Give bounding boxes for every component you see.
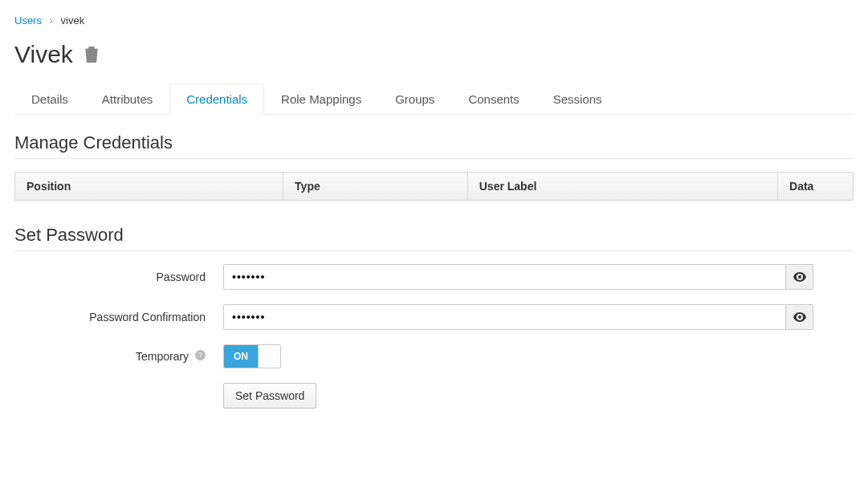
tab-credentials[interactable]: Credentials — [169, 83, 264, 115]
tab-sessions[interactable]: Sessions — [536, 83, 619, 115]
col-position: Position — [15, 173, 283, 201]
password-input[interactable] — [223, 264, 786, 290]
breadcrumb-users-link[interactable]: Users — [14, 14, 42, 26]
password-label: Password — [14, 271, 223, 283]
help-icon[interactable]: ? — [195, 350, 206, 363]
password-confirmation-input[interactable] — [223, 304, 786, 330]
temporary-toggle[interactable]: ON — [223, 344, 281, 368]
col-user-label: User Label — [467, 173, 777, 201]
tab-consents[interactable]: Consents — [451, 83, 536, 115]
breadcrumb: Users › vivek — [14, 14, 854, 26]
tab-role-mappings[interactable]: Role Mappings — [264, 83, 378, 115]
trash-icon[interactable] — [84, 47, 99, 63]
chevron-right-icon: › — [50, 14, 53, 26]
tabs: Details Attributes Credentials Role Mapp… — [14, 83, 854, 115]
breadcrumb-current: vivek — [61, 14, 85, 26]
eye-icon[interactable] — [786, 264, 813, 290]
toggle-on-label: ON — [224, 345, 258, 368]
svg-text:?: ? — [198, 351, 202, 359]
password-confirmation-label: Password Confirmation — [14, 311, 223, 323]
page-title-row: Vivek — [14, 41, 854, 68]
set-password-heading: Set Password — [14, 225, 854, 251]
credentials-table: Position Type User Label Data — [14, 172, 854, 201]
toggle-knob — [258, 345, 280, 368]
eye-icon[interactable] — [786, 304, 813, 330]
set-password-button[interactable]: Set Password — [223, 383, 316, 409]
col-type: Type — [283, 173, 468, 201]
tab-details[interactable]: Details — [14, 83, 85, 115]
page-title: Vivek — [14, 41, 73, 68]
manage-credentials-heading: Manage Credentials — [14, 132, 854, 159]
tab-groups[interactable]: Groups — [378, 83, 451, 115]
temporary-label: Temporary ? — [14, 350, 223, 363]
col-data: Data — [778, 173, 854, 201]
tab-attributes[interactable]: Attributes — [85, 83, 169, 115]
